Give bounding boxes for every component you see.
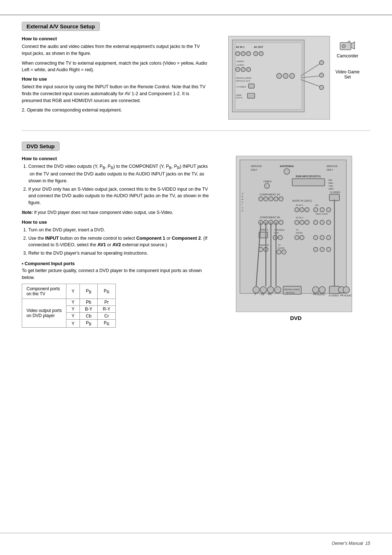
svg-text:720p: 720p bbox=[328, 185, 333, 187]
svg-text:ONLY: ONLY bbox=[326, 169, 333, 171]
svg-text:• S-VIDEO: • S-VIDEO bbox=[236, 86, 246, 88]
table-cell-y2c: Y bbox=[66, 313, 80, 320]
svg-point-129 bbox=[319, 287, 326, 293]
table-cell-y2b: Y bbox=[66, 306, 80, 313]
svg-point-12 bbox=[236, 67, 240, 72]
svg-text:S-VIDEO: S-VIDEO bbox=[330, 191, 340, 194]
dvd-step2: If your DVD only has an S-Video output j… bbox=[28, 186, 211, 206]
table-cell-pr2a: Pr bbox=[98, 299, 116, 306]
svg-text:480p: 480p bbox=[328, 182, 333, 184]
table-cell-y2a: Y bbox=[66, 299, 80, 306]
comp-input-section: Component Input ports To get better pict… bbox=[22, 261, 211, 328]
svg-text:PR: PR bbox=[268, 293, 271, 296]
svg-point-112 bbox=[326, 247, 331, 252]
component-ports-table: Component portson the TV Y PB PR Video o… bbox=[22, 284, 116, 327]
table-cell-pb2b: B-Y bbox=[80, 306, 98, 313]
dvd-use-steps: Turn on the DVD player, insert a DVD. Us… bbox=[22, 227, 211, 257]
svg-point-75 bbox=[326, 207, 331, 212]
svg-point-82 bbox=[279, 220, 283, 224]
svg-text:AV IN 2: AV IN 2 bbox=[296, 216, 303, 219]
svg-point-56 bbox=[269, 197, 273, 201]
svg-text:AUDIO: AUDIO bbox=[322, 213, 328, 215]
table-cell-pr2b: R-Y bbox=[98, 306, 116, 313]
table-cell-pb2d: PB bbox=[80, 320, 98, 327]
svg-text:ANTENNA: ANTENNA bbox=[280, 165, 294, 168]
table-cell-y1: Y bbox=[66, 284, 80, 299]
svg-text:OPTICAL OUT: OPTICAL OUT bbox=[236, 80, 250, 82]
table-cell-y2d: Y bbox=[66, 320, 80, 327]
how-to-connect-p2: When connecting the TV to external equip… bbox=[22, 60, 211, 74]
svg-point-29 bbox=[319, 73, 324, 77]
svg-text:1080i: 1080i bbox=[328, 188, 334, 190]
svg-text:480i: 480i bbox=[328, 179, 332, 181]
bottom-border bbox=[0, 533, 392, 533]
table-row-2: Video output portson DVD player Y Pb Pr bbox=[22, 299, 116, 306]
dvd-bottom-labels: DVD bbox=[286, 315, 302, 321]
svg-point-109 bbox=[282, 250, 286, 254]
svg-text:C: C bbox=[242, 207, 244, 209]
svg-text:AUDIO: AUDIO bbox=[278, 247, 285, 249]
svg-point-30 bbox=[319, 85, 324, 90]
table-cell-pr1: PR bbox=[98, 284, 116, 299]
svg-text:TV: TV bbox=[278, 244, 281, 246]
svg-text:OPTICAL: OPTICAL bbox=[286, 292, 295, 294]
svg-point-55 bbox=[264, 197, 268, 201]
svg-point-33 bbox=[342, 44, 346, 48]
table-cell-pb2c: Cb bbox=[80, 313, 98, 320]
svg-point-87 bbox=[314, 220, 318, 224]
svg-point-124 bbox=[274, 287, 281, 293]
table-cell-pb2a: Pb bbox=[80, 299, 98, 306]
svg-rect-44 bbox=[292, 179, 324, 186]
svg-text:SERVICE: SERVICE bbox=[251, 165, 262, 167]
svg-text:S: S bbox=[242, 193, 243, 195]
svg-text:DIGITAL AUDIO: DIGITAL AUDIO bbox=[236, 77, 252, 79]
svg-point-6 bbox=[241, 52, 245, 56]
owners-manual-label: Owner's Manual bbox=[332, 541, 363, 546]
camcorder-label: Camcorder bbox=[335, 53, 360, 58]
svg-point-89 bbox=[326, 220, 331, 224]
how-to-use-title: How to use bbox=[22, 76, 211, 82]
note-label: Note: bbox=[22, 210, 33, 215]
svg-point-100 bbox=[314, 235, 318, 240]
svg-text:AV IN 1: AV IN 1 bbox=[236, 46, 245, 48]
section2-text: How to connect Connect the DVD video out… bbox=[22, 156, 211, 332]
svg-text:AUDIO: AUDIO bbox=[296, 232, 303, 234]
content-area: External A/V Source Setup How to connect… bbox=[0, 0, 392, 365]
svg-point-68 bbox=[295, 207, 299, 212]
svg-point-94 bbox=[273, 235, 277, 240]
svg-point-72 bbox=[314, 207, 318, 212]
dvd-back-panel-svg: ANTENNA SERVICE ONLY SERVICE ONLY RGB IN… bbox=[236, 156, 352, 312]
svg-text:E: E bbox=[242, 195, 243, 198]
svg-text:AV OUT: AV OUT bbox=[254, 46, 264, 48]
svg-point-128 bbox=[313, 287, 319, 293]
svg-point-98 bbox=[295, 235, 299, 240]
svg-text:RGB INPUT(PC/DTV): RGB INPUT(PC/DTV) bbox=[296, 175, 320, 178]
section1-image: AV IN 1 AV OUT • MONO • AUDIO bbox=[218, 36, 370, 119]
dvd-use-step3: Refer to the DVD player's manual for ope… bbox=[28, 250, 211, 257]
dvd-label: DVD bbox=[290, 315, 302, 321]
dvd-how-to-use-title: How to use bbox=[22, 219, 211, 225]
svg-text:• MONO: • MONO bbox=[236, 60, 244, 62]
svg-point-74 bbox=[320, 207, 324, 212]
svg-marker-32 bbox=[351, 42, 355, 49]
camcorder-icon bbox=[339, 40, 356, 52]
comp-input-text: To get better picture quality, connect a… bbox=[22, 267, 211, 281]
svg-text:AV IN 1: AV IN 1 bbox=[296, 204, 303, 206]
dvd-use-step2: Use the INPUT button on the remote contr… bbox=[28, 235, 211, 249]
svg-point-134 bbox=[343, 287, 350, 293]
section1-header: External A/V Source Setup bbox=[22, 22, 100, 31]
svg-text:E: E bbox=[242, 210, 243, 212]
svg-point-85 bbox=[300, 220, 304, 224]
svg-point-7 bbox=[246, 52, 251, 56]
comp-input-title: Component Input ports bbox=[22, 261, 211, 266]
svg-text:COMPONENT 1N: COMPONENT 1N bbox=[260, 193, 280, 196]
svg-point-22 bbox=[277, 73, 282, 78]
svg-point-99 bbox=[300, 235, 304, 240]
section1: External A/V Source Setup How to connect… bbox=[22, 22, 370, 119]
table-cell-label1: Component portson the TV bbox=[22, 284, 66, 299]
svg-point-38 bbox=[284, 169, 290, 174]
dvd-step1: Connect the DVD video outputs (Y, PB, PR… bbox=[28, 163, 211, 185]
svg-rect-34 bbox=[348, 41, 350, 42]
svg-point-58 bbox=[279, 197, 283, 201]
page-number: 15 bbox=[366, 541, 370, 546]
